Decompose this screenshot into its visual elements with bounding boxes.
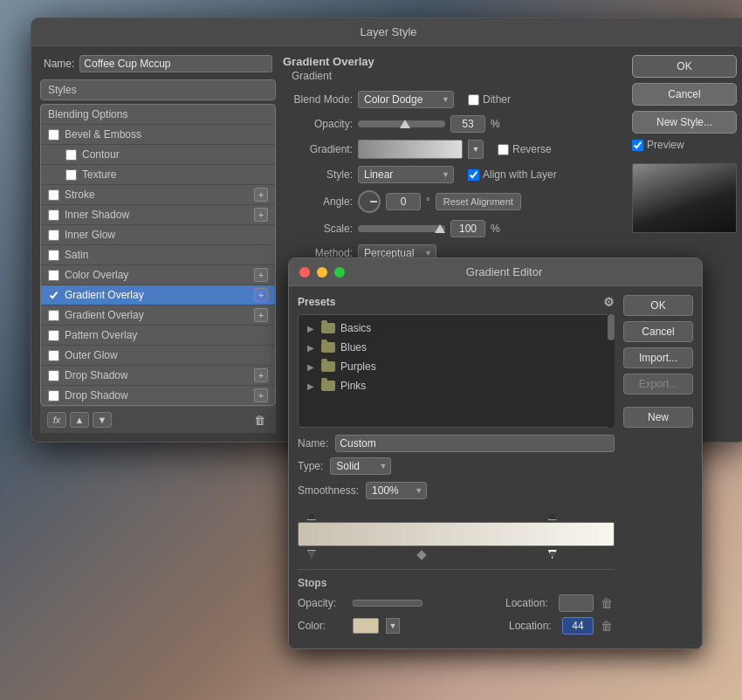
satin-item[interactable]: Satin — [41, 245, 275, 265]
name-input[interactable] — [79, 55, 272, 72]
drop-shadow-2-item[interactable]: Drop Shadow + — [41, 386, 275, 405]
opacity-delete-btn[interactable]: 🗑 — [599, 595, 615, 611]
pinks-label: Pinks — [340, 380, 366, 392]
fx-button[interactable]: fx — [47, 412, 66, 428]
color-stop-1[interactable] — [307, 550, 316, 559]
align-checkbox[interactable] — [468, 169, 479, 181]
gradient-overlay-active-item[interactable]: Gradient Overlay + — [41, 285, 275, 305]
move-down-button[interactable]: ▼ — [93, 412, 112, 428]
presets-container[interactable]: ▶ Basics ▶ Blues ▶ Purples — [298, 314, 615, 428]
opacity-input[interactable] — [450, 115, 485, 133]
gradient-editor-export-button[interactable]: Export... — [623, 374, 693, 395]
gradient-overlay-2-item[interactable]: Gradient Overlay + — [41, 305, 275, 326]
angle-row: Angle: ° Reset Alignment — [283, 190, 625, 213]
texture-checkbox[interactable] — [65, 169, 77, 181]
reset-alignment-button[interactable]: Reset Alignment — [436, 193, 521, 210]
blend-mode-select[interactable]: Color Dodge Normal Screen — [358, 91, 454, 108]
color-dropdown-btn[interactable]: ▼ — [386, 618, 400, 634]
cancel-button[interactable]: Cancel — [632, 83, 737, 106]
color-swatch[interactable] — [353, 618, 379, 634]
drop-shadow-2-add-btn[interactable]: + — [254, 388, 268, 402]
stroke-checkbox[interactable] — [48, 189, 59, 201]
angle-input[interactable] — [386, 193, 421, 210]
reverse-checkbox[interactable] — [498, 144, 509, 155]
bevel-emboss-item[interactable]: Bevel & Emboss — [41, 125, 275, 145]
opacity-slider-thumb[interactable] — [400, 120, 410, 128]
outer-glow-checkbox[interactable] — [48, 350, 59, 361]
preset-pinks[interactable]: ▶ Pinks — [302, 376, 610, 395]
gradient-editor-ok-button[interactable]: OK — [623, 295, 693, 316]
gradient-overlay-active-add-btn[interactable]: + — [254, 288, 268, 302]
preset-blues[interactable]: ▶ Blues — [302, 338, 610, 357]
drop-shadow-1-checkbox[interactable] — [48, 370, 59, 381]
contour-checkbox[interactable] — [65, 149, 77, 161]
gradient-bar[interactable] — [298, 522, 615, 546]
contour-item[interactable]: Contour — [41, 145, 275, 165]
satin-checkbox[interactable] — [48, 250, 59, 261]
gradient-overlay-2-add-btn[interactable]: + — [254, 308, 268, 322]
gradient-overlay-2-checkbox[interactable] — [48, 310, 59, 321]
minimize-button[interactable] — [317, 267, 327, 278]
drop-shadow-2-checkbox[interactable] — [48, 390, 59, 401]
scale-label: Scale: — [283, 223, 353, 235]
blending-options-item[interactable]: Blending Options — [41, 105, 275, 125]
color-location-input[interactable] — [562, 617, 594, 635]
color-overlay-checkbox[interactable] — [48, 270, 59, 281]
preset-purples[interactable]: ▶ Purples — [302, 357, 610, 376]
stroke-item[interactable]: Stroke + — [41, 185, 275, 205]
preview-checkbox[interactable] — [632, 140, 643, 151]
color-location-group: Location: 🗑 — [509, 617, 615, 635]
color-stop-row: Color: ▼ Location: 🗑 — [298, 617, 615, 635]
ok-button[interactable]: OK — [632, 55, 737, 78]
inner-glow-checkbox[interactable] — [48, 230, 59, 241]
opacity-stop-slider[interactable] — [353, 600, 423, 607]
gradient-name-input[interactable] — [335, 435, 615, 452]
presets-scrollbar-thumb[interactable] — [608, 314, 615, 340]
bevel-emboss-checkbox[interactable] — [48, 129, 59, 141]
gradient-dropdown-btn[interactable]: ▼ — [468, 140, 484, 159]
style-select[interactable]: Linear Radial Angle — [358, 166, 454, 183]
gradient-preview[interactable] — [358, 140, 463, 159]
smoothness-select[interactable]: 100% 75% — [366, 482, 427, 499]
pattern-overlay-checkbox[interactable] — [48, 330, 59, 341]
angle-dial[interactable] — [358, 190, 381, 213]
pattern-overlay-item[interactable]: Pattern Overlay — [41, 326, 275, 346]
opacity-location-input[interactable] — [559, 594, 594, 612]
color-stop-2-selected[interactable] — [548, 550, 557, 559]
inner-shadow-add-btn[interactable]: + — [254, 208, 268, 222]
color-delete-btn[interactable]: 🗑 — [599, 618, 615, 634]
color-overlay-add-btn[interactable]: + — [254, 268, 268, 282]
dither-checkbox[interactable] — [468, 94, 479, 106]
scale-slider-thumb[interactable] — [435, 224, 445, 233]
stroke-add-btn[interactable]: + — [254, 188, 268, 202]
inner-shadow-checkbox[interactable] — [48, 209, 59, 221]
scale-input[interactable] — [450, 220, 485, 237]
outer-glow-item[interactable]: Outer Glow — [41, 346, 275, 366]
maximize-button[interactable] — [334, 267, 345, 278]
new-style-button[interactable]: New Style... — [632, 111, 737, 134]
gradient-overlay-active-checkbox[interactable] — [48, 290, 59, 301]
inner-shadow-item[interactable]: Inner Shadow + — [41, 205, 275, 225]
drop-shadow-1-item[interactable]: Drop Shadow + — [41, 366, 275, 386]
color-overlay-item[interactable]: Color Overlay + — [41, 265, 275, 285]
scale-slider-track[interactable] — [358, 225, 445, 232]
presets-gear-icon[interactable]: ⚙ — [603, 295, 615, 309]
gradient-editor-right: OK Cancel Import... Export... New — [623, 295, 693, 640]
gradient-editor-import-button[interactable]: Import... — [623, 347, 693, 368]
midpoint-marker[interactable] — [416, 550, 426, 559]
close-button[interactable] — [299, 267, 310, 278]
opacity-stop-1[interactable] — [307, 511, 316, 520]
preview-area — [632, 163, 737, 233]
inner-glow-item[interactable]: Inner Glow — [41, 225, 275, 245]
gradient-type-select[interactable]: Solid Noise — [330, 457, 391, 475]
texture-item[interactable]: Texture — [41, 165, 275, 185]
preset-basics[interactable]: ▶ Basics — [302, 319, 610, 338]
gradient-editor-new-button[interactable]: New — [623, 407, 693, 428]
opacity-slider-track[interactable] — [358, 120, 445, 127]
delete-effect-button[interactable]: 🗑 — [250, 412, 269, 428]
gradient-editor-cancel-button[interactable]: Cancel — [623, 321, 693, 342]
move-up-button[interactable]: ▲ — [70, 412, 89, 428]
drop-shadow-1-add-btn[interactable]: + — [254, 368, 268, 382]
opacity-stop-2[interactable] — [548, 511, 557, 520]
stop-opacity-label: Opacity: — [298, 597, 346, 609]
